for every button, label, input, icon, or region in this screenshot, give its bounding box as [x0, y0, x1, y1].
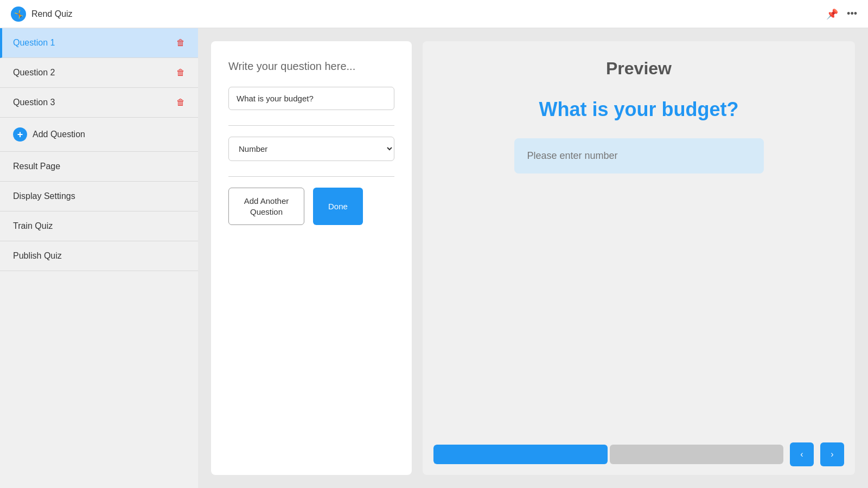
app-logo-icon: 🤸	[11, 7, 26, 22]
next-button[interactable]: ›	[820, 442, 844, 466]
divider-1	[228, 125, 394, 126]
topbar: 🤸 Rend Quiz 📌 •••	[0, 0, 868, 28]
sidebar-item-question-2[interactable]: Question 2 🗑	[0, 58, 198, 88]
preview-title: Preview	[436, 59, 842, 79]
add-question-item[interactable]: + Add Question	[0, 118, 198, 152]
sidebar-item-label: Question 2	[13, 68, 55, 78]
sidebar-item-question-3[interactable]: Question 3 🗑	[0, 88, 198, 118]
sidebar-item-display-settings[interactable]: Display Settings	[0, 182, 198, 211]
add-question-label: Add Question	[33, 130, 85, 139]
preview-content: What is your budget?	[423, 87, 855, 434]
layout: Question 1 🗑 Question 2 🗑 Question 3 🗑 +…	[0, 28, 868, 488]
sidebar-item-label: Display Settings	[13, 191, 75, 201]
sidebar-item-label: Question 3	[13, 98, 55, 107]
topbar-right: 📌 •••	[826, 8, 857, 20]
preview-number-input[interactable]	[514, 138, 764, 174]
sidebar-item-result-page[interactable]: Result Page	[0, 152, 198, 182]
editor-label: Write your question here...	[228, 59, 394, 74]
sidebar-item-publish-quiz[interactable]: Publish Quiz	[0, 241, 198, 271]
preview-panel: Preview What is your budget? ‹ ›	[423, 41, 855, 475]
delete-question-2-icon[interactable]: 🗑	[176, 68, 185, 78]
next-icon: ›	[831, 450, 833, 459]
app-title: Rend Quiz	[31, 9, 73, 19]
sidebar-item-label: Publish Quiz	[13, 251, 62, 261]
delete-question-3-icon[interactable]: 🗑	[176, 98, 185, 107]
prev-button[interactable]: ‹	[790, 442, 814, 466]
pin-icon[interactable]: 📌	[826, 8, 838, 20]
delete-question-1-icon[interactable]: 🗑	[176, 38, 185, 48]
sidebar-item-label: Result Page	[13, 162, 60, 171]
prev-icon: ‹	[800, 450, 803, 459]
sidebar-item-label: Train Quiz	[13, 221, 53, 231]
question-input[interactable]	[228, 87, 394, 110]
add-another-question-button[interactable]: Add Another Question	[228, 188, 304, 225]
progress-bar-empty	[610, 445, 784, 464]
sidebar-item-train-quiz[interactable]: Train Quiz	[0, 211, 198, 241]
main-content: Write your question here... Number Text …	[198, 28, 868, 488]
add-question-circle-icon: +	[13, 127, 27, 142]
topbar-left: 🤸 Rend Quiz	[11, 7, 73, 22]
question-type-select[interactable]: Number Text Multiple Choice Checkbox	[228, 137, 394, 161]
action-buttons: Add Another Question Done	[228, 188, 394, 225]
sidebar-item-question-1[interactable]: Question 1 🗑	[0, 28, 198, 58]
divider-2	[228, 176, 394, 177]
more-options-icon[interactable]: •••	[847, 8, 857, 20]
preview-question: What is your budget?	[539, 98, 739, 121]
editor-panel: Write your question here... Number Text …	[211, 41, 412, 475]
done-button[interactable]: Done	[313, 188, 363, 225]
preview-footer: ‹ ›	[423, 434, 855, 475]
progress-bar	[433, 445, 783, 464]
sidebar-item-label: Question 1	[13, 38, 55, 48]
preview-header: Preview	[423, 41, 855, 87]
sidebar: Question 1 🗑 Question 2 🗑 Question 3 🗑 +…	[0, 28, 198, 488]
progress-bar-filled	[433, 445, 608, 464]
